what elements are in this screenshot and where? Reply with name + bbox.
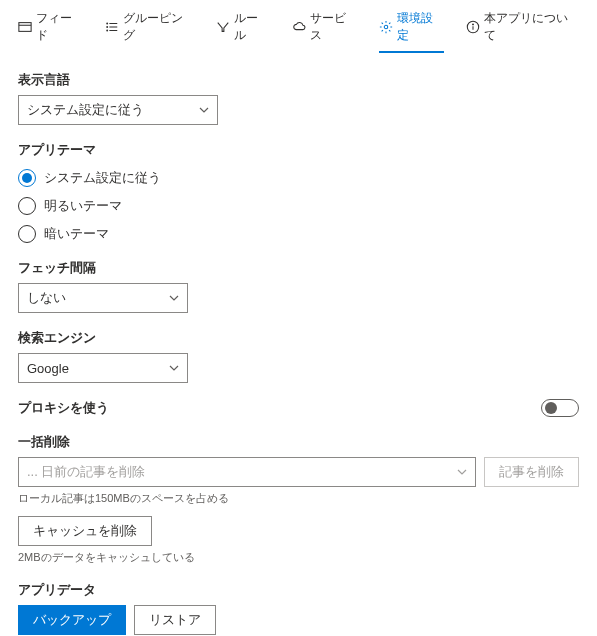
tab-service[interactable]: サービス — [292, 10, 357, 52]
radio-icon — [18, 225, 36, 243]
tab-bar: フィード グルーピング ルール サービス 環境設定 本アプリについて — [0, 0, 597, 53]
chevron-down-icon — [169, 291, 179, 306]
tab-rules-label: ルール — [234, 10, 269, 44]
cloud-icon — [292, 20, 306, 34]
svg-point-7 — [107, 30, 108, 31]
bulk-delete-select[interactable]: ... 日前の記事を削除 — [18, 457, 476, 487]
backup-button[interactable]: バックアップ — [18, 605, 126, 635]
tab-rules[interactable]: ルール — [216, 10, 269, 52]
chevron-down-icon — [457, 465, 467, 480]
info-icon — [466, 20, 480, 34]
filter-icon — [216, 20, 230, 34]
theme-radio-system[interactable]: システム設定に従う — [18, 169, 579, 187]
svg-point-8 — [384, 25, 388, 29]
settings-panel: 表示言語 システム設定に従う アプリテーマ システム設定に従う 明るいテーマ 暗… — [0, 53, 597, 636]
svg-rect-0 — [19, 23, 31, 32]
fetch-interval-label: フェッチ間隔 — [18, 259, 579, 277]
svg-point-6 — [107, 27, 108, 28]
gear-icon — [379, 20, 393, 34]
app-theme-label: アプリテーマ — [18, 141, 579, 159]
tab-about[interactable]: 本アプリについて — [466, 10, 579, 52]
search-engine-select[interactable]: Google — [18, 353, 188, 383]
feed-icon — [18, 20, 32, 34]
theme-radio-dark-label: 暗いテーマ — [44, 225, 109, 243]
cache-hint: 2MBのデータをキャッシュしている — [18, 550, 579, 565]
theme-radio-light-label: 明るいテーマ — [44, 197, 122, 215]
radio-icon — [18, 169, 36, 187]
tab-about-label: 本アプリについて — [484, 10, 579, 44]
svg-point-5 — [107, 23, 108, 24]
theme-radio-dark[interactable]: 暗いテーマ — [18, 225, 579, 243]
proxy-label: プロキシを使う — [18, 399, 109, 417]
list-icon — [105, 20, 119, 34]
storage-hint: ローカル記事は150MBのスペースを占める — [18, 491, 579, 506]
chevron-down-icon — [169, 361, 179, 376]
tab-grouping[interactable]: グルーピング — [105, 10, 194, 52]
bulk-delete-placeholder: ... 日前の記事を削除 — [27, 463, 145, 481]
theme-radio-system-label: システム設定に従う — [44, 169, 161, 187]
tab-feed[interactable]: フィード — [18, 10, 83, 52]
search-engine-value: Google — [27, 361, 69, 376]
radio-icon — [18, 197, 36, 215]
display-language-value: システム設定に従う — [27, 101, 144, 119]
clear-cache-button[interactable]: キャッシュを削除 — [18, 516, 152, 546]
display-language-label: 表示言語 — [18, 71, 579, 89]
theme-radio-light[interactable]: 明るいテーマ — [18, 197, 579, 215]
display-language-select[interactable]: システム設定に従う — [18, 95, 218, 125]
tab-settings[interactable]: 環境設定 — [379, 10, 444, 52]
restore-button[interactable]: リストア — [134, 605, 216, 635]
chevron-down-icon — [199, 103, 209, 118]
search-engine-label: 検索エンジン — [18, 329, 579, 347]
proxy-toggle[interactable] — [541, 399, 579, 417]
tab-feed-label: フィード — [36, 10, 83, 44]
app-data-label: アプリデータ — [18, 581, 579, 599]
delete-articles-button[interactable]: 記事を削除 — [484, 457, 579, 487]
fetch-interval-select[interactable]: しない — [18, 283, 188, 313]
bulk-delete-label: 一括削除 — [18, 433, 579, 451]
tab-service-label: サービス — [310, 10, 357, 44]
app-theme-group: システム設定に従う 明るいテーマ 暗いテーマ — [18, 169, 579, 243]
fetch-interval-value: しない — [27, 289, 66, 307]
tab-grouping-label: グルーピング — [123, 10, 194, 44]
svg-point-11 — [473, 24, 474, 25]
tab-settings-label: 環境設定 — [397, 10, 444, 44]
